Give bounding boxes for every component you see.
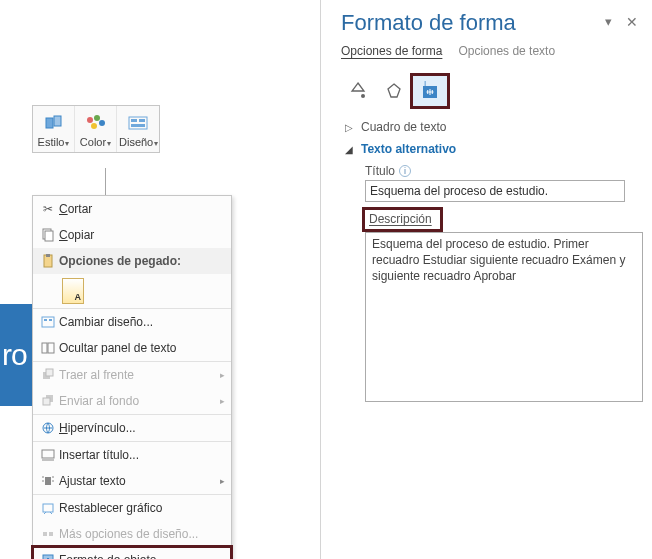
menu-change-design[interactable]: Cambiar diseño...: [33, 309, 231, 335]
menu-paste-section-label: Opciones de pegado:: [59, 254, 225, 268]
menu-hide-text-panel[interactable]: Ocultar panel de texto: [33, 335, 231, 361]
submenu-arrow-icon: ▸: [220, 476, 225, 486]
design-label: Diseño: [119, 136, 153, 148]
svg-rect-20: [46, 369, 53, 376]
title-field-label: Título i: [365, 164, 652, 178]
design-dropdown[interactable]: Diseño▾: [117, 106, 159, 152]
context-menu: ✂ Cortar Copiar Opciones de pegado: Camb…: [32, 195, 232, 559]
submenu-arrow-icon: ▸: [220, 396, 225, 406]
svg-rect-7: [131, 119, 137, 122]
description-label-highlight: Descripción: [365, 210, 440, 229]
tab-shape-options[interactable]: Opciones de forma: [341, 44, 442, 62]
panel-title: Formato de forma: [341, 10, 636, 36]
description-textarea[interactable]: [365, 232, 643, 402]
menu-adjust-text-label: Ajustar texto: [59, 474, 220, 488]
panel-tabs: Opciones de forma Opciones de texto: [321, 40, 652, 62]
wrap-text-icon: [37, 474, 59, 488]
svg-point-35: [361, 94, 365, 98]
menu-send-back-label: Enviar al fondo: [59, 394, 220, 408]
format-object-icon: [37, 553, 59, 559]
description-label-text: Descripción: [369, 212, 432, 226]
chevron-down-icon: ▾: [65, 139, 69, 148]
smartart-shape-fragment: ro: [0, 304, 36, 406]
bring-front-icon: [37, 368, 59, 382]
description-field-label: Descripción: [369, 212, 432, 226]
info-icon[interactable]: i: [399, 165, 411, 177]
section-text-box[interactable]: ▷ Cuadro de texto: [321, 116, 652, 138]
svg-rect-18: [48, 343, 54, 353]
mini-toolbar: Estilo▾ Color▾ Diseño▾: [32, 105, 160, 153]
svg-rect-8: [139, 119, 145, 122]
send-back-icon: [37, 394, 59, 408]
menu-cut[interactable]: ✂ Cortar: [33, 196, 231, 222]
svg-rect-0: [46, 118, 53, 128]
clipboard-icon: [37, 254, 59, 268]
svg-rect-1: [54, 116, 61, 126]
svg-marker-36: [388, 84, 400, 97]
text-panel-icon: [37, 341, 59, 355]
menu-more-design-options-label: Más opciones de diseño...: [59, 527, 225, 541]
svg-rect-31: [43, 504, 53, 512]
design-icon: [119, 112, 157, 134]
svg-rect-13: [46, 254, 50, 257]
svg-point-2: [87, 117, 93, 123]
menu-paste-option[interactable]: [33, 274, 231, 308]
layout-properties-icon[interactable]: I: [413, 76, 447, 106]
svg-point-5: [91, 123, 97, 129]
tab-text-options[interactable]: Opciones de texto: [458, 44, 555, 62]
connector-line: [105, 168, 106, 198]
submenu-arrow-icon: ▸: [220, 370, 225, 380]
menu-send-back: Enviar al fondo ▸: [33, 388, 231, 414]
style-label: Estilo: [38, 136, 65, 148]
svg-rect-26: [45, 477, 51, 485]
svg-text:I: I: [424, 81, 426, 88]
svg-rect-32: [43, 532, 47, 536]
title-input[interactable]: [365, 180, 625, 202]
layout-icon: [37, 315, 59, 329]
menu-insert-title[interactable]: Insertar título...: [33, 442, 231, 468]
menu-hide-text-panel-label: Ocultar panel de texto: [59, 341, 225, 355]
svg-rect-16: [49, 319, 52, 321]
paste-keep-source-icon: [62, 278, 84, 304]
menu-reset-graphic[interactable]: Restablecer gráfico: [33, 495, 231, 521]
effects-icon[interactable]: [377, 76, 411, 106]
copy-icon: [37, 228, 59, 242]
close-icon[interactable]: ✕: [626, 14, 638, 30]
svg-rect-11: [45, 231, 53, 241]
section-alt-text[interactable]: ◢ Texto alternativo: [321, 138, 652, 160]
menu-more-design-options: Más opciones de diseño...: [33, 521, 231, 547]
menu-cut-label: Cortar: [59, 202, 225, 216]
menu-bring-front-label: Traer al frente: [59, 368, 220, 382]
menu-hyperlink-label: Hipervínculo...: [59, 421, 225, 435]
section-alt-text-label: Texto alternativo: [361, 142, 456, 156]
svg-point-4: [99, 120, 105, 126]
section-text-box-label: Cuadro de texto: [361, 120, 446, 134]
menu-format-object[interactable]: Formato de objeto...: [33, 547, 231, 559]
more-layout-icon: [37, 527, 59, 541]
menu-adjust-text[interactable]: Ajustar texto ▸: [33, 468, 231, 494]
menu-format-object-label: Formato de objeto...: [59, 553, 225, 559]
menu-paste-section: Opciones de pegado:: [33, 248, 231, 274]
panel-icon-tabs: I: [321, 62, 652, 116]
menu-reset-graphic-label: Restablecer gráfico: [59, 501, 225, 515]
svg-rect-17: [42, 343, 47, 353]
color-dropdown[interactable]: Color▾: [75, 106, 117, 152]
style-dropdown[interactable]: Estilo▾: [33, 106, 75, 152]
scissors-icon: ✂: [37, 202, 59, 216]
menu-change-design-label: Cambiar diseño...: [59, 315, 225, 329]
triangle-right-icon: ▷: [345, 122, 355, 133]
menu-hyperlink[interactable]: Hipervínculo...: [33, 415, 231, 441]
menu-copy[interactable]: Copiar: [33, 222, 231, 248]
reset-icon: [37, 501, 59, 515]
svg-rect-24: [42, 450, 54, 458]
panel-dropdown-icon[interactable]: ▾: [605, 14, 612, 29]
fill-line-icon[interactable]: [341, 76, 375, 106]
svg-rect-22: [43, 398, 50, 405]
caption-icon: [37, 448, 59, 462]
triangle-down-icon: ◢: [345, 144, 355, 155]
chevron-down-icon: ▾: [154, 139, 158, 148]
style-icon: [35, 112, 72, 134]
svg-rect-33: [49, 532, 53, 536]
format-shape-panel: Formato de forma ▾ ✕ Opciones de forma O…: [320, 0, 652, 559]
menu-copy-label: Copiar: [59, 228, 225, 242]
